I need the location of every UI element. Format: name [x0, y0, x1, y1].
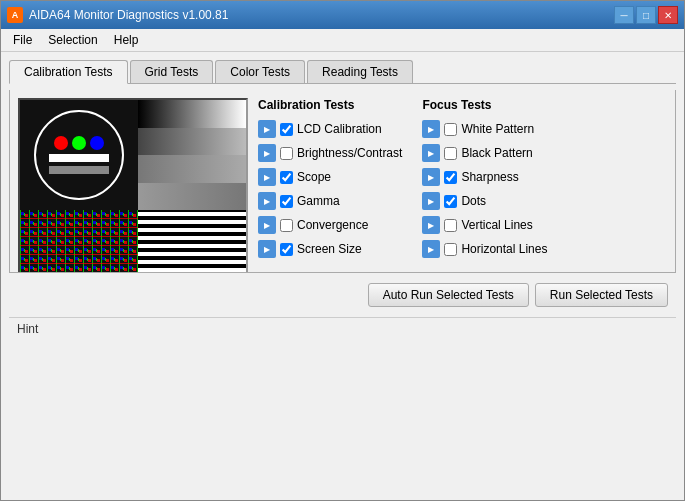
calibration-group-title: Calibration Tests: [258, 98, 402, 112]
main-panel: Calibration Tests ▶ LCD Calibration ▶ Br…: [9, 90, 676, 273]
label-screen-size: Screen Size: [297, 242, 362, 256]
test-icon-gamma: ▶: [258, 192, 276, 210]
test-icon-black-pattern: ▶: [422, 144, 440, 162]
rgb-grid: [20, 210, 138, 273]
content-area: Calibration Tests Grid Tests Color Tests…: [1, 52, 684, 500]
tab-bar: Calibration Tests Grid Tests Color Tests…: [9, 60, 676, 84]
grad-strip-1: [138, 100, 246, 128]
test-icon-horizontal-lines: ▶: [422, 240, 440, 258]
preview-top: [20, 100, 246, 210]
tab-reading-tests[interactable]: Reading Tests: [307, 60, 413, 83]
app-icon: A: [7, 7, 23, 23]
calibration-group: Calibration Tests ▶ LCD Calibration ▶ Br…: [258, 98, 402, 260]
test-icon-convergence: ▶: [258, 216, 276, 234]
blue-dot: [90, 136, 104, 150]
test-dots: ▶ Dots: [422, 190, 547, 212]
label-brightness: Brightness/Contrast: [297, 146, 402, 160]
stripe-area: [138, 210, 246, 273]
grad-strip-2: [138, 128, 246, 156]
tab-grid-tests[interactable]: Grid Tests: [130, 60, 214, 83]
test-sharpness: ▶ Sharpness: [422, 166, 547, 188]
circle-pattern: [34, 110, 124, 200]
maximize-button[interactable]: □: [636, 6, 656, 24]
label-sharpness: Sharpness: [461, 170, 518, 184]
test-icon-screen-size: ▶: [258, 240, 276, 258]
label-gamma: Gamma: [297, 194, 340, 208]
test-white-pattern: ▶ White Pattern: [422, 118, 547, 140]
label-black-pattern: Black Pattern: [461, 146, 532, 160]
run-selected-button[interactable]: Run Selected Tests: [535, 283, 668, 307]
checkbox-white-pattern[interactable]: [444, 123, 457, 136]
title-bar-left: A AIDA64 Monitor Diagnostics v1.00.81: [7, 7, 228, 23]
test-convergence: ▶ Convergence: [258, 214, 402, 236]
tab-color-tests[interactable]: Color Tests: [215, 60, 305, 83]
checkbox-vertical-lines[interactable]: [444, 219, 457, 232]
label-horizontal-lines: Horizontal Lines: [461, 242, 547, 256]
label-lcd: LCD Calibration: [297, 122, 382, 136]
menu-selection[interactable]: Selection: [40, 31, 105, 49]
label-dots: Dots: [461, 194, 486, 208]
left-column: Calibration Tests ▶ LCD Calibration ▶ Br…: [258, 98, 402, 264]
test-brightness: ▶ Brightness/Contrast: [258, 142, 402, 164]
checkbox-black-pattern[interactable]: [444, 147, 457, 160]
tests-container: Calibration Tests ▶ LCD Calibration ▶ Br…: [258, 98, 667, 264]
checkbox-brightness[interactable]: [280, 147, 293, 160]
hint-label: Hint: [17, 322, 38, 336]
test-vertical-lines: ▶ Vertical Lines: [422, 214, 547, 236]
checkbox-horizontal-lines[interactable]: [444, 243, 457, 256]
checkbox-screen-size[interactable]: [280, 243, 293, 256]
test-icon-brightness: ▶: [258, 144, 276, 162]
bottom-bar: Auto Run Selected Tests Run Selected Tes…: [9, 279, 676, 311]
label-scope: Scope: [297, 170, 331, 184]
label-vertical-lines: Vertical Lines: [461, 218, 532, 232]
gradient-area: [138, 100, 246, 210]
red-dot: [54, 136, 68, 150]
test-scope: ▶ Scope: [258, 166, 402, 188]
green-dot: [72, 136, 86, 150]
close-button[interactable]: ✕: [658, 6, 678, 24]
hint-area: Hint: [9, 317, 676, 492]
grad-strip-4: [138, 183, 246, 211]
menu-help[interactable]: Help: [106, 31, 147, 49]
main-window: A AIDA64 Monitor Diagnostics v1.00.81 ─ …: [0, 0, 685, 501]
checkbox-scope[interactable]: [280, 171, 293, 184]
checkbox-lcd[interactable]: [280, 123, 293, 136]
menu-file[interactable]: File: [5, 31, 40, 49]
test-icon-sharpness: ▶: [422, 168, 440, 186]
title-bar: A AIDA64 Monitor Diagnostics v1.00.81 ─ …: [1, 1, 684, 29]
focus-group: Focus Tests ▶ White Pattern ▶ Black Patt…: [422, 98, 547, 260]
preview-area: [18, 98, 248, 273]
focus-group-title: Focus Tests: [422, 98, 547, 112]
gray-bar: [49, 166, 109, 174]
checkbox-dots[interactable]: [444, 195, 457, 208]
test-icon-vertical-lines: ▶: [422, 216, 440, 234]
white-bar: [49, 154, 109, 162]
auto-run-button[interactable]: Auto Run Selected Tests: [368, 283, 529, 307]
test-gamma: ▶ Gamma: [258, 190, 402, 212]
test-lcd-calibration: ▶ LCD Calibration: [258, 118, 402, 140]
right-column: Focus Tests ▶ White Pattern ▶ Black Patt…: [422, 98, 547, 264]
window-title: AIDA64 Monitor Diagnostics v1.00.81: [29, 8, 228, 22]
test-horizontal-lines: ▶ Horizontal Lines: [422, 238, 547, 260]
test-screen-size: ▶ Screen Size: [258, 238, 402, 260]
label-white-pattern: White Pattern: [461, 122, 534, 136]
checkbox-sharpness[interactable]: [444, 171, 457, 184]
window-controls: ─ □ ✕: [614, 6, 678, 24]
color-dots: [54, 136, 104, 150]
test-icon-scope: ▶: [258, 168, 276, 186]
test-icon-dots: ▶: [422, 192, 440, 210]
checkbox-convergence[interactable]: [280, 219, 293, 232]
preview-bottom: [20, 210, 246, 273]
test-black-pattern: ▶ Black Pattern: [422, 142, 547, 164]
grad-strip-3: [138, 155, 246, 183]
preview-circle: [20, 100, 138, 210]
menu-bar: File Selection Help: [1, 29, 684, 52]
label-convergence: Convergence: [297, 218, 368, 232]
test-icon-lcd: ▶: [258, 120, 276, 138]
test-icon-white-pattern: ▶: [422, 120, 440, 138]
minimize-button[interactable]: ─: [614, 6, 634, 24]
checkbox-gamma[interactable]: [280, 195, 293, 208]
tab-calibration-tests[interactable]: Calibration Tests: [9, 60, 128, 84]
